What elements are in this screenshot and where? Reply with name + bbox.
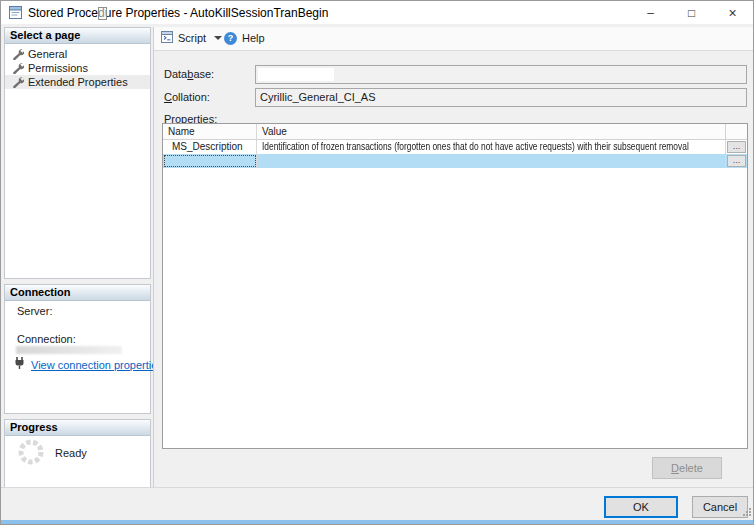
connection-panel: Connection Server: Connection: View conn…	[4, 284, 151, 414]
script-button-label: Script	[178, 32, 206, 44]
database-label: Database:	[164, 68, 214, 80]
collation-value: Cyrillic_General_CI_AS	[260, 91, 376, 103]
main-panel: Script ? Help Database: Collation: Cyril…	[153, 27, 753, 487]
select-page-header: Select a page	[5, 28, 150, 44]
app-icon	[9, 6, 22, 19]
grid-cell-button: ...	[725, 140, 747, 154]
script-icon	[160, 30, 174, 46]
dialog-window: Stored Procedure Properties - AutoKillSe…	[0, 0, 754, 525]
sidebar-item-label: Permissions	[28, 62, 88, 74]
progress-panel: Progress Ready	[4, 419, 151, 488]
connection-properties-icon	[13, 356, 27, 372]
footer-divider	[1, 487, 753, 488]
sidebar-item-label: General	[28, 48, 67, 60]
help-button[interactable]: ? Help	[224, 27, 265, 49]
grid-header-value: Value	[257, 124, 725, 139]
grid-header-name: Name	[163, 124, 257, 139]
progress-spinner-icon	[17, 438, 45, 468]
minimize-icon: –	[647, 6, 654, 20]
collation-label: Collation:	[164, 91, 210, 103]
grid-cell-button: ...	[725, 154, 747, 168]
close-button[interactable]: ×	[712, 1, 753, 24]
connection-header: Connection	[5, 285, 150, 301]
help-icon: ?	[224, 32, 237, 45]
ellipsis-button[interactable]: ...	[727, 155, 746, 167]
maximize-icon: □	[688, 6, 695, 20]
script-button[interactable]: Script	[160, 27, 222, 49]
grid-cell-name[interactable]: MS_Description	[163, 140, 257, 154]
collation-field: Cyrillic_General_CI_AS	[255, 88, 747, 107]
grid-cell-name[interactable]	[163, 154, 257, 168]
progress-header: Progress	[5, 420, 150, 436]
sidebar-item-permissions[interactable]: Permissions	[5, 61, 150, 75]
progress-status: Ready	[55, 447, 87, 459]
window-title: Stored Procedure Properties - AutoKillSe…	[28, 6, 328, 20]
select-page-panel: Select a page General Permissions Extend…	[4, 27, 151, 279]
close-icon: ×	[728, 5, 736, 21]
cancel-button[interactable]: Cancel	[692, 496, 748, 518]
ellipsis-button[interactable]: ...	[727, 141, 746, 153]
database-field	[255, 65, 747, 84]
window-bottom-edge	[1, 520, 753, 524]
grid-header-button-col	[725, 124, 747, 139]
properties-grid: Name Value MS_Description Identification…	[162, 123, 748, 449]
grid-cell-value[interactable]	[257, 154, 725, 168]
wrench-icon	[12, 76, 24, 91]
ok-button[interactable]: OK	[604, 496, 678, 518]
connection-label: Connection:	[17, 333, 76, 345]
redacted-connection-value	[16, 346, 122, 354]
toolbar: Script ? Help	[154, 27, 753, 51]
grid-header-row: Name Value	[163, 124, 747, 140]
table-row[interactable]: MS_Description Identification of frozen …	[163, 140, 747, 154]
delete-button: Delete	[652, 457, 722, 479]
sidebar-item-label: Extended Properties	[28, 76, 128, 88]
sidebar-item-general[interactable]: General	[5, 47, 150, 61]
view-connection-properties-link[interactable]: View connection properties	[31, 359, 163, 371]
cursor-artifact	[98, 7, 107, 20]
resize-grip[interactable]	[741, 506, 751, 518]
maximize-button[interactable]: □	[671, 1, 712, 24]
chevron-down-icon[interactable]	[214, 36, 222, 40]
sidebar-item-extended-properties[interactable]: Extended Properties	[5, 75, 150, 89]
minimize-button[interactable]: –	[630, 1, 671, 24]
grid-cell-value[interactable]: Identification of frozen transactions (f…	[257, 140, 725, 154]
title-bar[interactable]: Stored Procedure Properties - AutoKillSe…	[1, 1, 753, 24]
redaction-patch	[258, 68, 334, 81]
help-button-label: Help	[242, 32, 265, 44]
server-label: Server:	[17, 305, 52, 317]
table-row-selected[interactable]: ...	[163, 154, 747, 168]
